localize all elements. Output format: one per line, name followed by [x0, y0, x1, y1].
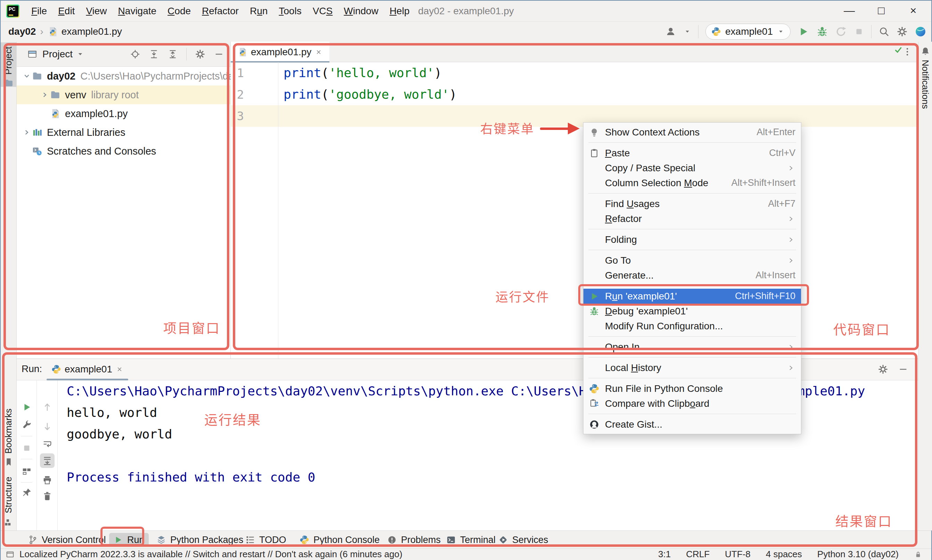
code-line-2[interactable]: print('goodbye, world') [283, 84, 457, 105]
hide-panel-button[interactable] [898, 364, 908, 374]
run-configuration-select[interactable]: example01 [706, 24, 790, 40]
status-indent-size[interactable]: 4 spaces [766, 549, 802, 560]
tree-item-scratches-and-consoles[interactable]: Scratches and Consoles [17, 142, 230, 160]
editor-options-icon[interactable] [902, 46, 912, 57]
run-button[interactable] [798, 26, 809, 37]
context-menu-item-run-file-in-python-console[interactable]: Run File in Python Console [584, 381, 801, 396]
stripe-tab-bookmarks[interactable]: Bookmarks [3, 409, 14, 454]
soft-wrap-icon[interactable] [42, 439, 52, 449]
clear-all-trash-icon[interactable] [42, 491, 52, 501]
edit-configuration-wrench-icon[interactable] [22, 419, 32, 430]
tool-window-button-terminal[interactable]: Terminal [442, 533, 500, 547]
menu-navigate[interactable]: Navigate [112, 1, 162, 21]
tool-window-button-version-control[interactable]: Version Control [24, 533, 110, 547]
run-with-coverage-button[interactable] [835, 26, 847, 37]
lock-icon [914, 550, 922, 558]
context-menu-item-copy-paste-special[interactable]: Copy / Paste Special [584, 160, 801, 175]
context-menu-item-compare-with-clip-board[interactable]: Compare with Clipboard [584, 396, 801, 411]
close-tab-icon[interactable] [116, 365, 123, 373]
tool-window-button-python-console[interactable]: Python Console [295, 533, 384, 547]
tool-window-button-python-packages[interactable]: Python Packages [152, 533, 247, 547]
stripe-tab-notifications[interactable]: Notifications [920, 60, 930, 109]
tree-item-example01-py[interactable]: example01.py [17, 104, 230, 123]
user-icon[interactable] [665, 26, 676, 37]
menu-vcs[interactable]: VCS [307, 1, 339, 21]
menu-run[interactable]: Run [244, 1, 273, 21]
stripe-tab-structure[interactable]: Structure [3, 477, 14, 514]
chevron-down-icon[interactable] [76, 50, 85, 58]
collapse-all-button[interactable] [168, 49, 178, 59]
chevron-spacer [22, 146, 32, 156]
tree-item-external-libraries[interactable]: External Libraries [17, 123, 230, 142]
context-menu-item-folding[interactable]: Folding [584, 232, 801, 247]
submenu-arrow-icon [786, 363, 795, 372]
tree-item-day02[interactable]: day02C:\Users\Hao\PycharmProjects\day02 [17, 67, 230, 85]
menu-tools[interactable]: Tools [273, 1, 307, 21]
breadcrumb-project[interactable]: day02 [8, 26, 36, 37]
run-tab-example01[interactable]: example01 [45, 359, 129, 380]
status-line-separator[interactable]: CRLF [686, 549, 710, 560]
tool-window-button-todo[interactable]: TODO [241, 533, 291, 547]
context-menu-item-run-example01[interactable]: Run 'example01'Ctrl+Shift+F10 [584, 289, 801, 304]
editor-body[interactable]: 1print('hello, world')2print('goodbye, w… [231, 62, 918, 358]
status-file-encoding[interactable]: UTF-8 [725, 549, 750, 560]
locate-file-button[interactable] [130, 49, 140, 59]
stripe-tab-project[interactable]: Project [3, 46, 14, 75]
menu-window[interactable]: Window [338, 1, 384, 21]
search-everywhere-icon[interactable] [878, 26, 890, 37]
menu-view[interactable]: View [80, 1, 112, 21]
settings-gear-icon[interactable] [897, 26, 908, 37]
status-python-interpreter[interactable]: Python 3.10 (day02) [817, 549, 899, 560]
tool-window-button-problems[interactable]: Problems [383, 533, 445, 547]
context-menu-item-go-to[interactable]: Go To [584, 253, 801, 268]
menu-file[interactable]: File [26, 1, 52, 21]
chevron-right-icon[interactable] [22, 127, 32, 138]
editor-area: example01.py 1print('hello, world')2prin… [231, 42, 918, 358]
hide-panel-button[interactable] [214, 49, 224, 59]
code-line-1[interactable]: print('hello, world') [283, 62, 442, 84]
menu-code[interactable]: Code [162, 1, 196, 21]
close-tab-icon[interactable] [315, 48, 322, 56]
minimize-button[interactable]: — [833, 1, 865, 22]
print-icon[interactable] [42, 475, 52, 485]
debug-button[interactable] [816, 26, 828, 37]
tool-window-button-services[interactable]: Services [494, 533, 553, 547]
close-button[interactable]: × [897, 1, 929, 22]
status-caret-position[interactable]: 3:1 [658, 549, 671, 560]
panel-settings-gear-icon[interactable] [878, 364, 888, 374]
menu-edit[interactable]: Edit [52, 1, 80, 21]
context-menu-item-find-usages[interactable]: Find UsagesAlt+F7 [584, 196, 801, 211]
context-menu-item-column-selection-mode[interactable]: Column Selection ModeAlt+Shift+Insert [584, 175, 801, 190]
restore-layout-icon[interactable] [22, 466, 32, 477]
context-menu-item-create-gist[interactable]: Create Gist... [584, 417, 801, 432]
editor-tab-example01[interactable]: example01.py [231, 42, 330, 62]
context-menu-item-show-context-actions[interactable]: Show Context ActionsAlt+Enter [584, 125, 801, 140]
gradient-sphere-icon[interactable] [915, 26, 926, 37]
context-menu-item-generate[interactable]: Generate...Alt+Insert [584, 268, 801, 283]
breadcrumb-file[interactable]: example01.py [62, 26, 122, 37]
rerun-button[interactable] [22, 402, 32, 412]
event-log-window-icon[interactable] [6, 550, 15, 559]
code-token: 'hello, world' [329, 66, 434, 80]
status-message[interactable]: Localized PyCharm 2022.3.3 is available … [20, 549, 402, 560]
chevron-right-icon[interactable] [40, 90, 50, 100]
panel-settings-gear-icon[interactable] [195, 49, 205, 59]
menu-help[interactable]: Help [384, 1, 415, 21]
pin-tab-icon[interactable] [22, 488, 32, 498]
tree-item-venv[interactable]: venvlibrary root [17, 85, 230, 104]
menu-refactor[interactable]: Refactor [196, 1, 244, 21]
expand-all-button[interactable] [149, 49, 159, 59]
tool-window-button-run[interactable]: Run [109, 533, 149, 547]
scroll-to-end-button[interactable] [40, 453, 55, 468]
project-panel-title[interactable]: Project [42, 49, 72, 60]
context-menu-item-modify-run-configuration[interactable]: Modify Run Configuration... [584, 318, 801, 334]
context-menu-item-local-history[interactable]: Local History [584, 360, 801, 375]
chevron-down-icon[interactable] [22, 71, 32, 81]
context-menu-item-debug-example01[interactable]: Debug 'example01' [584, 304, 801, 318]
context-menu-item-refactor[interactable]: Refactor [584, 211, 801, 226]
maximize-button[interactable]: □ [865, 1, 897, 22]
menu-item-label: Local History [605, 362, 661, 374]
context-menu-item-open-in[interactable]: Open In [584, 339, 801, 354]
submenu-arrow-icon [786, 214, 795, 223]
context-menu-item-paste[interactable]: PasteCtrl+V [584, 146, 801, 160]
